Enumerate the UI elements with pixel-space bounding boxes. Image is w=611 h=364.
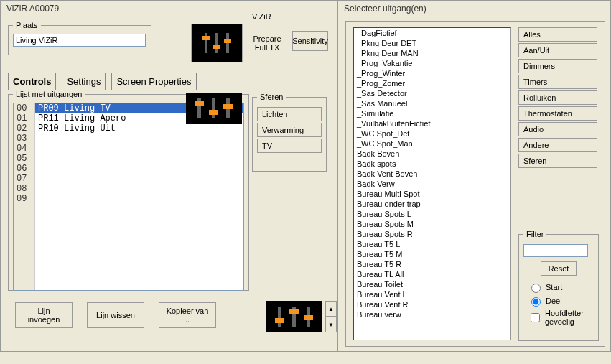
svg-rect-17 [304,315,313,320]
uitgang-item[interactable]: _WC Spot_Man [354,139,510,149]
uitgang-item[interactable]: _Pkng Deur DET [354,38,510,48]
sliders-icon-2[interactable] [186,93,242,124]
list-item[interactable] [35,194,243,204]
uitgang-item[interactable]: Bureau Vent R [354,299,510,309]
sferen-button-lichten[interactable]: Lichten [257,107,322,121]
uitgang-item[interactable]: Bureau T5 L [354,239,510,249]
uitgang-item[interactable]: _Prog_Winter [354,68,510,78]
list-item[interactable]: PR10 Living Uit [35,123,243,134]
category-button-audio[interactable]: Audio [518,122,597,136]
spinner[interactable]: ▲ ▼ [325,301,337,332]
uitgang-item[interactable]: Badk Boven [354,149,510,159]
spin-down-icon[interactable]: ▼ [325,317,337,332]
category-button-aanuit[interactable]: Aan/Uit [518,43,597,57]
list-index: 04 [14,144,34,154]
uitgang-item[interactable]: Badk spots [354,159,510,169]
sliders-icon[interactable] [191,24,243,62]
sferen-button-tv[interactable]: TV [257,139,322,153]
sferen-legend: Sferen [257,93,286,101]
svg-rect-1 [202,36,210,40]
window-title-right: Selecteer uitgang(en) [338,1,610,17]
tab-settings[interactable]: Settings [62,73,106,90]
list-index: 09 [14,194,34,204]
window-title-left: ViZiR A00079 [1,1,337,17]
uitgangen-legend: Lijst met uitgangen [13,90,85,98]
filter-input[interactable] [523,244,588,257]
list-item[interactable] [35,134,243,144]
sferen-button-verwarming[interactable]: Verwarming [257,123,322,137]
category-button-alles[interactable]: Alles [518,27,597,42]
list-item[interactable] [35,184,243,194]
uitgang-item[interactable]: _Prog_Vakantie [354,58,510,68]
category-buttons: AllesAan/UitDimmersTimersRolluikenThermo… [518,27,599,169]
uitgang-item[interactable]: Bureau Spots M [354,219,510,229]
uitgang-item[interactable]: _Simulatie [354,108,510,118]
uitgang-item[interactable]: _Pkng Deur MAN [354,48,510,58]
uitgang-item[interactable]: Bureau Multi Spot [354,189,510,199]
uitgang-item[interactable]: _WC Spot_Det [354,129,510,139]
uitgang-item[interactable]: Badk Verw [354,179,510,189]
uitgang-item[interactable]: Bureau onder trap [354,199,510,209]
uitgang-item[interactable]: Bureau T5 R [354,259,510,269]
category-button-sferen[interactable]: Sferen [518,154,597,168]
list-index: 07 [14,174,34,184]
category-button-rolluiken[interactable]: Rolluiken [518,90,597,105]
left-panel: ViZiR A00079 Plaats ViZiR Prepare Full T… [0,0,337,352]
uitgang-item[interactable]: _VuilbakBuitenFictief [354,118,510,129]
tab-screen-properties[interactable]: Screen Properties [111,73,196,90]
category-button-thermostaten[interactable]: Thermostaten [518,106,597,121]
svg-rect-11 [223,104,233,109]
filter-legend: Filter [523,230,546,238]
list-index: 02 [14,123,34,134]
svg-rect-2 [215,33,218,53]
lijn-invoegen-button[interactable]: Lijninvoegen [15,302,73,328]
list-item[interactable] [35,144,243,154]
uitgang-item[interactable]: Bureau TL All [354,269,510,279]
plaats-input[interactable] [13,34,146,47]
svg-rect-13 [275,318,284,323]
uitgang-item[interactable]: Bureau Vent L [354,289,510,299]
category-button-andere[interactable]: Andere [518,138,597,152]
uitgang-item[interactable]: _Sas Manueel [354,98,510,108]
list-item[interactable] [35,164,243,174]
uitgang-item[interactable]: Bureau Spots L [354,209,510,219]
list-index: 08 [14,184,34,194]
svg-rect-3 [213,45,220,49]
svg-rect-15 [289,309,299,314]
category-button-dimmers[interactable]: Dimmers [518,59,597,73]
tab-controls[interactable]: Controls [8,73,56,90]
category-button-timers[interactable]: Timers [518,75,597,89]
uitgang-item[interactable]: _Prog_Zomer [354,78,510,88]
svg-rect-7 [195,101,204,106]
plaats-group: Plaats [8,21,151,55]
svg-rect-8 [212,98,215,118]
uitgang-item[interactable]: _DagFictief [354,28,510,38]
uitgang-item[interactable]: Bureau verw [354,309,510,319]
list-index: 03 [14,134,34,144]
prepare-full-tx-button[interactable]: Prepare Full TX [248,24,286,62]
radio-start[interactable]: Start [528,281,594,293]
radio-deel[interactable]: Deel [528,295,594,307]
sferen-group: Sferen LichtenVerwarmingTV [252,93,327,172]
list-item[interactable] [35,154,243,164]
uitgang-item[interactable]: Bureau T5 M [354,249,510,259]
reset-button[interactable]: Reset [541,261,577,276]
lijn-wissen-button[interactable]: Lijn wissen [87,302,144,328]
svg-rect-12 [278,307,281,327]
vizir-label: ViZiR [252,12,271,21]
sensitivity-button[interactable]: Sensitivity [292,31,328,51]
list-item[interactable] [35,174,243,184]
uitgang-item[interactable]: Badk Vent Boven [354,169,510,179]
uitgang-item[interactable]: Bureau Toilet [354,279,510,289]
sliders-icon-3[interactable] [266,301,322,332]
right-panel: Selecteer uitgang(en) _DagFictief_Pkng D… [337,0,611,352]
check-hoofdletter[interactable]: Hoofdletter-gevoelig [528,309,594,326]
list-index: 06 [14,164,34,174]
selecteer-listbox[interactable]: _DagFictief_Pkng Deur DET_Pkng Deur MAN_… [353,27,511,340]
uitgangen-listbox[interactable]: 00010203040506070809 PR09 Living TVPR11 … [13,103,244,291]
uitgang-item[interactable]: Bureau Spots R [354,229,510,239]
list-index: 05 [14,154,34,164]
uitgang-item[interactable]: _Sas Detector [354,88,510,98]
kopieer-van-button[interactable]: Kopieer van.. [159,302,216,328]
spin-up-icon[interactable]: ▲ [325,301,337,317]
